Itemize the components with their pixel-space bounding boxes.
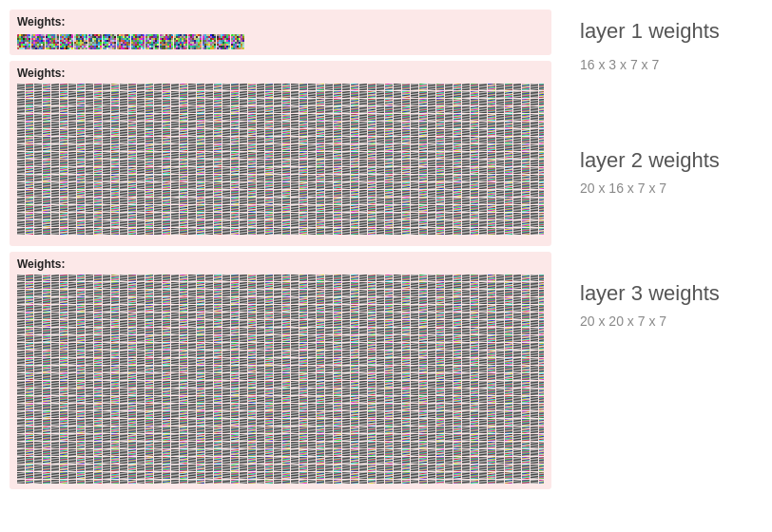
right-panel: layer 1 weights 16 x 3 x 7 x 7 layer 2 w… xyxy=(561,0,772,532)
strip-block xyxy=(131,34,145,49)
grid3-canvas xyxy=(17,275,544,484)
layer2-label-group: layer 2 weights xyxy=(580,148,762,173)
left-panel: Weights: Weights: Weights: xyxy=(0,0,561,532)
layer1-title: layer 1 weights xyxy=(580,19,720,44)
strip-block xyxy=(145,34,159,49)
layer3-label-group: layer 3 weights xyxy=(580,281,762,306)
layer3-label: Weights: xyxy=(17,257,544,271)
layer2-visual xyxy=(17,84,544,236)
strip-block xyxy=(60,34,73,49)
layer2-label: Weights: xyxy=(17,66,544,80)
strip-block xyxy=(74,34,87,49)
strip-block xyxy=(117,34,130,49)
layer1-color-strip xyxy=(17,32,544,51)
layer1-dims: 16 x 3 x 7 x 7 xyxy=(580,57,762,72)
layer1-label-group: layer 1 weights xyxy=(580,19,762,44)
strip-block xyxy=(203,34,216,49)
strip-block xyxy=(188,34,202,49)
layer2-dims: 20 x 16 x 7 x 7 xyxy=(580,180,762,196)
strip-block xyxy=(160,34,173,49)
strip-block xyxy=(88,34,102,49)
layer3-title: layer 3 weights xyxy=(580,281,720,306)
layer3-visual xyxy=(17,275,544,484)
strip-block xyxy=(231,34,244,49)
layer1-weight-box: Weights: xyxy=(10,10,551,55)
layer3-weight-box: Weights: xyxy=(10,252,551,489)
strip-block xyxy=(17,34,30,49)
layer2-title: layer 2 weights xyxy=(580,148,720,173)
layer3-dims: 20 x 20 x 7 x 7 xyxy=(580,314,762,329)
main-container: Weights: Weights: Weights: layer 1 weigh… xyxy=(0,0,772,532)
strip-block xyxy=(174,34,187,49)
strip-block xyxy=(46,34,59,49)
layer2-weight-box: Weights: xyxy=(10,61,551,246)
grid2-canvas xyxy=(17,84,544,236)
strip-block xyxy=(217,34,230,49)
strip-block xyxy=(103,34,116,49)
strip-block xyxy=(31,34,45,49)
layer1-label: Weights: xyxy=(17,15,544,28)
